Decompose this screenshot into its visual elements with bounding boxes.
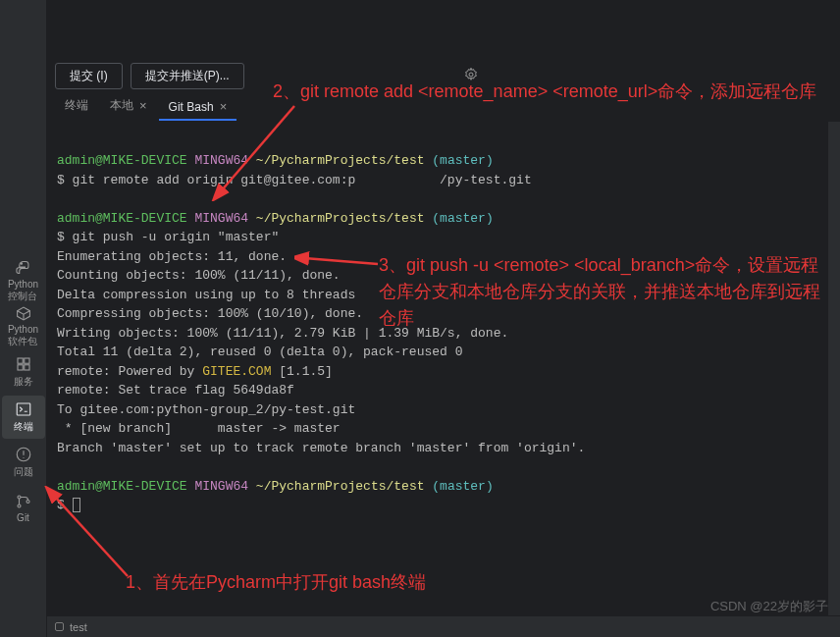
output-line: Total 11 (delta 2), reused 0 (delta 0), … (57, 343, 830, 362)
prompt-line: admin@MIKE-DEVICE MINGW64 ~/PycharmProje… (57, 151, 830, 171)
package-icon (15, 305, 32, 322)
activity-label: 终端 (14, 420, 33, 434)
services-icon (15, 355, 32, 373)
prompt-line: admin@MIKE-DEVICE MINGW64 ~/PycharmProje… (57, 477, 830, 497)
activity-services[interactable]: 服务 (2, 350, 45, 394)
command-line: $ git push -u origin "master" (57, 228, 830, 247)
status-bar: test (47, 615, 840, 637)
vcs-button-row: 提交 (I) 提交并推送(P)... (47, 57, 840, 94)
gear-icon (463, 67, 479, 82)
activity-label: 问题 (14, 465, 33, 479)
svg-point-7 (18, 496, 21, 499)
activity-python-console[interactable]: Python控制台 (2, 260, 45, 303)
tab-label: 本地 (110, 97, 133, 114)
output-line: Delta compression using up to 8 threads (57, 286, 830, 305)
output-line: remote: Set trace flag 5649da8f (57, 381, 830, 400)
status-icon (55, 622, 64, 631)
svg-rect-4 (24, 365, 28, 370)
terminal-tabs: 终端 本地 × Git Bash × (47, 94, 840, 122)
tab-local[interactable]: 本地 × (100, 92, 157, 121)
terminal-cursor (73, 498, 80, 512)
output-line: To gitee.com:python-group_2/py-test.git (57, 400, 830, 420)
output-line: Enumerating objects: 11, done. (57, 247, 830, 267)
activity-bar: Python控制台 Python软件包 服务 终端 问题 Git (0, 0, 47, 637)
svg-rect-1 (18, 358, 23, 363)
watermark: CSDN @22岁的影子 (710, 598, 828, 615)
tab-label: 终端 (65, 97, 88, 114)
activity-terminal[interactable]: 终端 (2, 396, 45, 439)
scrollbar[interactable] (828, 122, 840, 615)
activity-git[interactable]: Git (2, 486, 45, 529)
activity-label: Python软件包 (8, 324, 38, 348)
activity-label: 服务 (14, 375, 33, 389)
activity-problems[interactable]: 问题 (2, 441, 45, 484)
prompt-line: admin@MIKE-DEVICE MINGW64 ~/PycharmProje… (57, 209, 830, 229)
main-area: 提交 (I) 提交并推送(P)... 终端 本地 × Git Bash × ad… (47, 0, 840, 637)
svg-rect-3 (18, 365, 23, 370)
commit-push-button[interactable]: 提交并推送(P)... (131, 63, 244, 89)
output-line: Compressing objects: 100% (10/10), done. (57, 304, 830, 324)
commit-button[interactable]: 提交 (I) (55, 63, 123, 89)
svg-point-0 (21, 263, 22, 264)
python-icon (15, 260, 32, 277)
output-line: * [new branch] master -> master (57, 419, 830, 439)
terminal-output[interactable]: admin@MIKE-DEVICE MINGW64 ~/PycharmProje… (47, 122, 840, 615)
problems-icon (15, 446, 32, 463)
git-icon (15, 493, 32, 510)
output-line: Counting objects: 100% (11/11), done. (57, 266, 830, 286)
svg-point-8 (18, 504, 21, 507)
svg-rect-2 (24, 358, 28, 363)
terminal-icon (15, 400, 32, 418)
output-line: Writing objects: 100% (11/11), 2.79 KiB … (57, 324, 830, 344)
output-line: Branch 'master' set up to track remote b… (57, 439, 830, 458)
command-line: $ git remote add origin git@gitee.com:p … (57, 171, 830, 190)
svg-rect-5 (17, 403, 30, 415)
output-line: remote: Powered by GITEE.COM [1.1.5] (57, 362, 830, 382)
project-name[interactable]: test (70, 621, 87, 633)
svg-point-9 (26, 500, 29, 503)
tab-git-bash[interactable]: Git Bash × (159, 94, 237, 121)
tab-label: Git Bash (169, 100, 214, 114)
close-icon[interactable]: × (220, 99, 228, 114)
close-icon[interactable]: × (139, 98, 147, 113)
tab-terminal[interactable]: 终端 (55, 92, 98, 121)
activity-label: Git (17, 512, 29, 523)
settings-button[interactable] (463, 67, 479, 85)
activity-python-packages[interactable]: Python软件包 (2, 305, 45, 348)
svg-point-10 (469, 73, 473, 77)
command-line: $ (57, 496, 830, 515)
activity-label: Python控制台 (8, 279, 38, 303)
editor-area (47, 0, 840, 57)
